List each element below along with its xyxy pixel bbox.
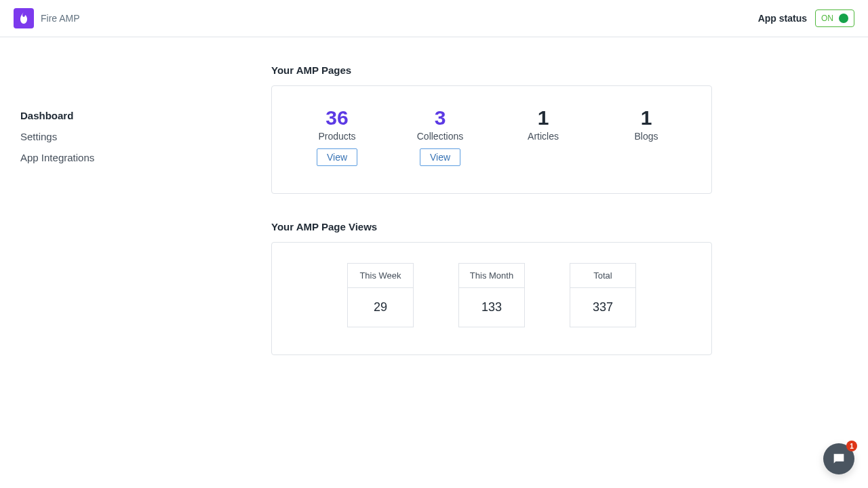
app-status-label: App status: [758, 13, 807, 24]
sidebar-item-dashboard[interactable]: Dashboard: [20, 105, 156, 126]
month-value: 133: [459, 288, 524, 327]
blogs-count: 1: [606, 106, 687, 129]
amp-pages-title: Your AMP Pages: [271, 64, 868, 76]
blogs-label: Blogs: [606, 131, 687, 142]
sidebar-item-settings[interactable]: Settings: [20, 126, 156, 147]
app-name: Fire AMP: [41, 13, 80, 24]
amp-pages-card: 36 Products View 3 Collections View 1 Ar…: [271, 85, 712, 194]
month-label: This Month: [459, 264, 524, 288]
collections-label: Collections: [399, 131, 481, 142]
articles-label: Articles: [502, 131, 584, 142]
main-container: Dashboard Settings App Integrations Your…: [0, 37, 868, 355]
app-logo: [14, 8, 34, 28]
status-toggle[interactable]: ON: [815, 9, 854, 27]
stat-collections: 3 Collections View: [399, 106, 481, 166]
total-label: Total: [570, 264, 635, 288]
main-content: Your AMP Pages 36 Products View 3 Collec…: [156, 64, 868, 355]
fire-icon: [18, 12, 29, 24]
week-label: This Week: [348, 264, 413, 288]
products-label: Products: [296, 131, 378, 142]
page-views-card: This Week 29 This Month 133 Total 337: [271, 242, 712, 355]
stat-articles: 1 Articles: [502, 106, 584, 166]
view-collections-button[interactable]: View: [420, 148, 460, 166]
view-stat-total: Total 337: [570, 263, 636, 327]
products-count: 36: [296, 106, 378, 129]
view-stat-week: This Week 29: [347, 263, 414, 327]
view-products-button[interactable]: View: [317, 148, 357, 166]
sidebar-item-app-integrations[interactable]: App Integrations: [20, 147, 156, 168]
header-right: App status ON: [758, 9, 854, 27]
app-header: Fire AMP App status ON: [0, 0, 868, 37]
status-indicator-dot: [839, 14, 848, 23]
stat-products: 36 Products View: [296, 106, 378, 166]
status-text: ON: [821, 14, 833, 23]
sidebar-nav: Dashboard Settings App Integrations: [0, 64, 156, 355]
collections-count: 3: [399, 106, 481, 129]
articles-count: 1: [502, 106, 584, 129]
week-value: 29: [348, 288, 413, 327]
header-left: Fire AMP: [14, 8, 80, 28]
view-stat-month: This Month 133: [458, 263, 525, 327]
stat-blogs: 1 Blogs: [606, 106, 687, 166]
total-value: 337: [570, 288, 635, 327]
page-views-title: Your AMP Page Views: [271, 221, 868, 232]
